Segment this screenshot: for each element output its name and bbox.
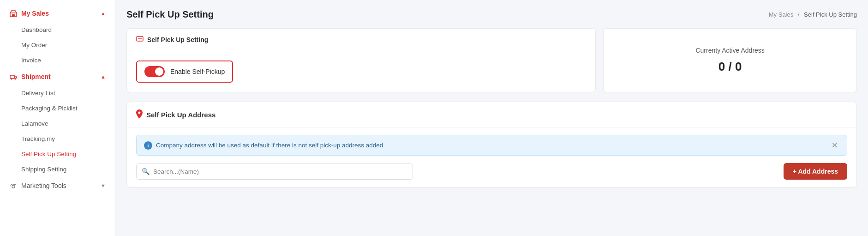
svg-point-3 (11, 79, 12, 80)
store-icon (9, 9, 18, 18)
breadcrumb-current: Self Pick Up Setting (804, 11, 857, 18)
sidebar-item-invoice[interactable]: Invoice (0, 53, 115, 68)
page-title: Self Pick Up Setting (126, 9, 214, 20)
sidebar-item-dashboard[interactable]: Dashboard (0, 22, 115, 37)
toggle-label: Enable Self-Pickup (170, 68, 225, 75)
info-banner-text: Company address will be used as default … (156, 142, 385, 149)
top-row: Self Pick Up Setting Enable Self-Pickup … (126, 28, 857, 92)
breadcrumb-separator: / (798, 11, 800, 18)
info-banner-close-button[interactable]: ✕ (830, 141, 839, 150)
main-content: Self Pick Up Setting My Sales / Self Pic… (115, 0, 868, 236)
sidebar-item-delivery-list[interactable]: Delivery List (0, 85, 115, 101)
sidebar-section-my-sales: My Sales ▲ Dashboard My Order Invoice (0, 5, 115, 68)
location-icon (136, 109, 143, 120)
search-input[interactable] (136, 163, 413, 180)
setting-card-header: Self Pick Up Setting (127, 29, 595, 51)
sidebar-section-shipment: Shipment ▲ Delivery List Packaging & Pic… (0, 68, 115, 177)
sidebar-item-my-sales[interactable]: My Sales ▲ (0, 5, 115, 22)
active-address-card: Currenty Active Address 0 / 0 (603, 28, 857, 92)
search-row: 🔍 + Add Address (136, 163, 847, 180)
info-banner-left: i Company address will be used as defaul… (144, 141, 385, 150)
add-address-button[interactable]: + Add Address (784, 163, 847, 180)
search-input-wrap: 🔍 (136, 163, 413, 180)
sidebar: My Sales ▲ Dashboard My Order Invoice (0, 0, 115, 236)
page-header: Self Pick Up Setting My Sales / Self Pic… (126, 9, 857, 20)
sidebar-sub-items-my-sales: Dashboard My Order Invoice (0, 22, 115, 68)
sidebar-item-shipment[interactable]: Shipment ▲ (0, 68, 115, 85)
svg-point-5 (12, 185, 15, 188)
chevron-down-icon-marketing: ▼ (101, 183, 106, 188)
sidebar-item-my-order[interactable]: My Order (0, 37, 115, 53)
shipment-icon (9, 73, 18, 81)
sidebar-item-self-pick-up-setting[interactable]: Self Pick Up Setting (0, 146, 115, 162)
search-icon: 🔍 (142, 168, 150, 175)
chevron-up-icon-shipment: ▲ (101, 74, 106, 79)
sidebar-marketing-label: Marketing Tools (21, 182, 66, 189)
breadcrumb: My Sales / Self Pick Up Setting (769, 11, 857, 18)
active-address-value: 0 / 0 (718, 60, 742, 74)
setting-card: Self Pick Up Setting Enable Self-Pickup (126, 28, 596, 92)
sidebar-shipment-label: Shipment (21, 73, 51, 80)
address-section-header: Self Pick Up Address (127, 102, 856, 127)
enable-self-pickup-toggle-box[interactable]: Enable Self-Pickup (136, 61, 233, 83)
svg-point-4 (15, 79, 16, 80)
sidebar-sub-items-shipment: Delivery List Packaging & Picklist Lalam… (0, 85, 115, 177)
chevron-up-icon: ▲ (101, 11, 106, 16)
sidebar-my-sales-label: My Sales (21, 10, 49, 17)
address-section: Self Pick Up Address i Company address w… (126, 102, 857, 188)
breadcrumb-parent: My Sales (769, 11, 793, 18)
setting-card-icon (136, 35, 144, 44)
sidebar-item-marketing-tools[interactable]: Marketing Tools ▼ (0, 177, 115, 194)
marketing-icon (9, 182, 18, 190)
address-section-body: i Company address will be used as defaul… (127, 127, 856, 187)
info-banner: i Company address will be used as defaul… (136, 135, 847, 156)
sidebar-item-packaging-picklist[interactable]: Packaging & Picklist (0, 101, 115, 116)
active-address-label: Currenty Active Address (695, 47, 764, 54)
svg-rect-1 (12, 14, 15, 17)
setting-card-body: Enable Self-Pickup (127, 51, 595, 92)
sidebar-item-tracking-my[interactable]: Tracking.my (0, 131, 115, 146)
toggle-switch[interactable] (144, 66, 165, 77)
sidebar-item-shipping-setting[interactable]: Shipping Setting (0, 162, 115, 177)
sidebar-item-lalamove[interactable]: Lalamove (0, 116, 115, 131)
address-section-title: Self Pick Up Address (146, 111, 216, 119)
info-icon: i (144, 141, 152, 150)
setting-card-title: Self Pick Up Setting (147, 36, 208, 43)
sidebar-section-marketing-tools: Marketing Tools ▼ (0, 177, 115, 194)
svg-rect-2 (10, 75, 15, 79)
